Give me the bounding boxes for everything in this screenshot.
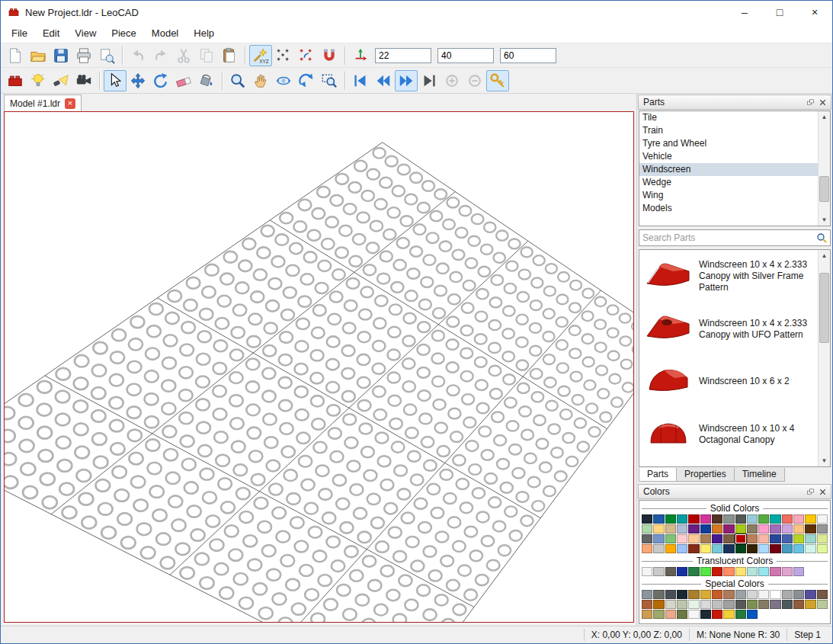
color-swatch[interactable]	[758, 590, 769, 599]
insert-camera-button[interactable]	[72, 70, 95, 91]
tab-close-icon[interactable]: ×	[65, 98, 75, 109]
dock-tab-properties[interactable]: Properties	[676, 468, 735, 482]
color-swatch[interactable]	[770, 590, 780, 599]
color-swatch[interactable]	[793, 524, 804, 533]
paint-tool-button[interactable]	[195, 70, 218, 91]
color-swatch[interactable]	[642, 514, 652, 524]
rotate-view-button[interactable]	[272, 70, 295, 91]
color-swatch[interactable]	[700, 514, 711, 524]
color-swatch[interactable]	[665, 514, 676, 524]
color-swatch[interactable]	[712, 524, 722, 533]
color-swatch[interactable]	[770, 524, 780, 533]
color-swatch[interactable]	[700, 600, 711, 609]
color-swatch[interactable]	[758, 600, 769, 609]
color-swatch[interactable]	[735, 524, 746, 533]
insert-spotlight-button[interactable]	[50, 70, 72, 91]
part-item[interactable]: Windscreen 10 x 4 x 2.333 Canopy with UF…	[639, 303, 818, 355]
colors-dock-close-button[interactable]	[816, 486, 828, 497]
open-button[interactable]	[27, 45, 50, 66]
color-swatch[interactable]	[723, 534, 734, 543]
category-item[interactable]: Tyre and Wheel	[639, 137, 818, 150]
color-swatch[interactable]	[770, 567, 780, 576]
color-swatch[interactable]	[747, 514, 758, 524]
color-swatch[interactable]	[793, 600, 804, 609]
transform-y-input[interactable]	[437, 48, 494, 63]
color-swatch[interactable]	[747, 590, 758, 599]
color-swatch[interactable]	[677, 567, 687, 576]
color-swatch[interactable]	[793, 544, 804, 553]
color-swatch[interactable]	[805, 534, 815, 543]
part-item[interactable]: Windscreen 10 x 4 x 2.333 Canopy with Si…	[639, 250, 818, 303]
color-swatch[interactable]	[700, 544, 711, 553]
color-swatch[interactable]	[735, 600, 746, 609]
color-swatch[interactable]	[817, 514, 828, 524]
color-swatch[interactable]	[688, 590, 699, 599]
parts-dock-float-button[interactable]	[804, 97, 816, 107]
color-swatch[interactable]	[793, 514, 804, 524]
color-swatch[interactable]	[805, 590, 815, 599]
color-swatch[interactable]	[653, 534, 664, 543]
color-swatch[interactable]	[642, 600, 652, 609]
print-button[interactable]	[72, 45, 95, 66]
color-swatch[interactable]	[688, 544, 699, 553]
roll-tool-button[interactable]	[295, 70, 318, 91]
color-swatch[interactable]	[770, 534, 780, 543]
color-swatch[interactable]	[747, 567, 758, 576]
category-item[interactable]: Wing	[639, 189, 818, 202]
color-swatch[interactable]	[758, 567, 769, 576]
part-item[interactable]: Windscreen 10 x 10 x 4 Octagonal Canopy	[639, 408, 818, 460]
color-swatch[interactable]	[735, 544, 746, 553]
color-swatch[interactable]	[712, 567, 722, 576]
color-swatch[interactable]	[782, 590, 793, 599]
color-swatch[interactable]	[782, 600, 793, 609]
color-swatch[interactable]	[723, 567, 734, 576]
menu-help[interactable]: Help	[186, 25, 222, 41]
scrollbar-thumb[interactable]	[819, 273, 829, 343]
color-swatch[interactable]	[677, 544, 687, 553]
color-swatch[interactable]	[665, 534, 676, 543]
zoom-tool-button[interactable]	[226, 70, 249, 91]
category-item[interactable]: Train	[639, 124, 818, 137]
color-swatch[interactable]	[712, 544, 722, 553]
color-swatch[interactable]	[817, 544, 828, 553]
category-item[interactable]: Vehicle	[639, 150, 818, 163]
color-swatch[interactable]	[805, 544, 815, 553]
scrollbar-track[interactable]	[819, 261, 830, 455]
minimize-button[interactable]: –	[727, 1, 762, 24]
color-swatch[interactable]	[712, 534, 722, 543]
colors-dock-float-button[interactable]	[804, 486, 816, 497]
color-swatch[interactable]	[735, 567, 746, 576]
color-swatch[interactable]	[665, 567, 676, 576]
category-item[interactable]: Windscreen	[639, 163, 818, 176]
category-item[interactable]: Models	[639, 202, 818, 215]
color-swatch[interactable]	[817, 524, 828, 533]
delete-tool-button[interactable]	[172, 70, 195, 91]
menu-view[interactable]: View	[67, 25, 104, 41]
color-swatch[interactable]	[688, 524, 699, 533]
color-swatch[interactable]	[782, 544, 793, 553]
color-swatch[interactable]	[782, 514, 793, 524]
color-swatch[interactable]	[653, 567, 664, 576]
color-swatch[interactable]	[653, 544, 664, 553]
search-parts-input[interactable]	[639, 231, 815, 245]
color-swatch[interactable]	[758, 534, 769, 543]
color-swatch[interactable]	[817, 600, 828, 609]
color-swatch[interactable]	[688, 600, 699, 609]
color-swatch[interactable]	[770, 600, 780, 609]
color-swatch[interactable]	[805, 524, 815, 533]
document-tab[interactable]: Model #1.ldr ×	[4, 95, 82, 111]
color-swatch[interactable]	[642, 610, 652, 619]
remove-step-button[interactable]	[463, 70, 486, 91]
paste-button[interactable]	[218, 45, 241, 66]
color-swatch[interactable]	[747, 544, 758, 553]
category-scrollbar[interactable]: ▲ ▼	[818, 111, 830, 226]
print-preview-button[interactable]	[95, 45, 118, 66]
color-swatch[interactable]	[805, 514, 815, 524]
color-swatch[interactable]	[700, 590, 711, 599]
color-swatch[interactable]	[700, 567, 711, 576]
category-item[interactable]: Tile	[639, 111, 818, 124]
next-step-button[interactable]	[395, 70, 418, 91]
color-swatch[interactable]	[688, 534, 699, 543]
color-swatch[interactable]	[805, 600, 815, 609]
color-swatch[interactable]	[747, 524, 758, 533]
